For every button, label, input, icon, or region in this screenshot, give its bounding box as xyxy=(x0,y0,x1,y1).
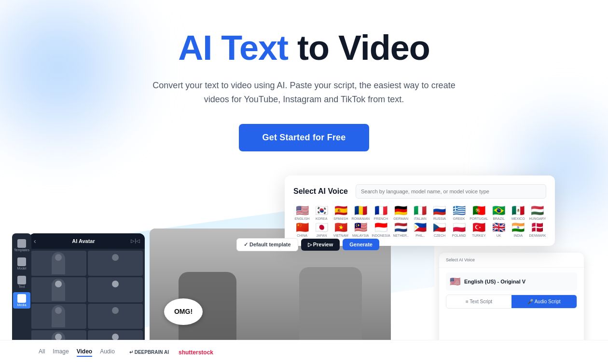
filter-audio[interactable]: Audio xyxy=(100,348,115,357)
flag-item-13[interactable]: 🇨🇳CHINA xyxy=(293,222,311,237)
flag-emoji-24: 🇮🇳 xyxy=(511,222,525,233)
flag-label-0: ENGLISH xyxy=(293,217,311,220)
flag-emoji-15: 🇻🇳 xyxy=(334,222,347,233)
flag-emoji-9: 🇵🇹 xyxy=(472,205,485,216)
generate-button[interactable]: Generate xyxy=(343,239,379,250)
shutterstock-logo: shutterstock xyxy=(179,349,213,356)
flag-item-11[interactable]: 🇲🇽MEXICO xyxy=(510,205,527,220)
flag-item-1[interactable]: 🇰🇷KOREA xyxy=(313,205,330,220)
flag-label-20: CZECH xyxy=(431,234,448,237)
flag-item-21[interactable]: 🇵🇱POLAND xyxy=(450,222,468,237)
flag-item-17[interactable]: 🇮🇩INDONESIA xyxy=(372,222,390,237)
flag-emoji-25: 🇩🇰 xyxy=(531,222,544,233)
brand-filter-tabs: All Image Video Audio xyxy=(39,348,115,357)
flag-emoji-7: 🇷🇺 xyxy=(433,205,446,216)
flag-item-2[interactable]: 🇪🇸SPANISH xyxy=(332,205,349,220)
sidebar-item-model[interactable]: Model xyxy=(13,256,30,272)
flag-item-8[interactable]: 🇬🇷GREEK xyxy=(450,205,468,220)
templates-label: Templates xyxy=(14,248,29,252)
english-flag: 🇺🇸 xyxy=(450,276,460,287)
screenshots-area: Select AI Voice 🇺🇸ENGLISH🇰🇷KOREA🇪🇸SPANIS… xyxy=(0,175,608,359)
avatar-thumb-6[interactable] xyxy=(88,304,143,329)
flag-label-22: TURKEY xyxy=(470,234,488,237)
preview-button[interactable]: ▷ Preview xyxy=(301,239,340,251)
flag-emoji-3: 🇷🇴 xyxy=(354,205,367,216)
tab-audio-script[interactable]: 🎤 Audio Script xyxy=(511,295,577,308)
flag-item-9[interactable]: 🇵🇹PORTUGAL xyxy=(470,205,488,220)
flag-label-21: POLAND xyxy=(450,234,468,237)
flag-item-0[interactable]: 🇺🇸ENGLISH xyxy=(293,205,311,220)
flag-label-3: ROMANIAN xyxy=(351,217,370,220)
flag-label-8: GREEK xyxy=(450,217,468,220)
flag-item-25[interactable]: 🇩🇰DENMARK xyxy=(529,222,546,237)
sidebar-item-text[interactable]: Text xyxy=(13,274,30,290)
hero-title-rest: to Video xyxy=(288,28,430,67)
media-label: Media xyxy=(17,303,26,307)
voice-selector-card: Select AI Voice 🇺🇸ENGLISH🇰🇷KOREA🇪🇸SPANIS… xyxy=(285,175,555,246)
flag-emoji-21: 🇵🇱 xyxy=(453,222,466,233)
flag-emoji-4: 🇫🇷 xyxy=(374,205,387,216)
flag-emoji-8: 🇬🇷 xyxy=(453,205,466,216)
flag-item-16[interactable]: 🇲🇾MALAYSIA xyxy=(351,222,370,237)
flag-label-24: INDIA xyxy=(510,234,527,237)
flag-item-22[interactable]: 🇹🇷TURKEY xyxy=(470,222,488,237)
flag-item-6[interactable]: 🇮🇹ITALIAN xyxy=(412,205,429,220)
flag-label-14: JAPAN xyxy=(313,234,330,237)
brand-logos: ↵ DEEPBRAIN AI shutterstock xyxy=(129,349,213,356)
flag-emoji-19: 🇵🇭 xyxy=(414,222,427,233)
sidebar-item-templates[interactable]: Templates xyxy=(13,237,30,254)
flag-item-4[interactable]: 🇫🇷FRENCH xyxy=(372,205,390,220)
model-icon xyxy=(17,257,26,266)
flag-emoji-5: 🇩🇪 xyxy=(394,205,407,216)
flag-item-18[interactable]: 🇳🇱NETHER.. xyxy=(392,222,410,237)
avatar-thumb-4[interactable] xyxy=(88,277,143,302)
flag-emoji-18: 🇳🇱 xyxy=(394,222,407,233)
filter-video[interactable]: Video xyxy=(77,348,92,357)
flag-item-5[interactable]: 🇩🇪GERMAN xyxy=(392,205,410,220)
flag-emoji-0: 🇺🇸 xyxy=(296,205,309,216)
flag-emoji-23: 🇬🇧 xyxy=(492,222,505,233)
back-icon[interactable]: ‹ xyxy=(34,237,36,245)
flag-item-12[interactable]: 🇭🇺HUNGARY xyxy=(529,205,546,220)
flag-label-16: MALAYSIA xyxy=(351,234,370,237)
model-label: Model xyxy=(17,267,26,270)
flag-item-24[interactable]: 🇮🇳INDIA xyxy=(510,222,527,237)
avatar-thumb-3[interactable] xyxy=(31,277,86,302)
cta-button[interactable]: Get Started for Free xyxy=(239,124,369,151)
flag-item-7[interactable]: 🇷🇺RUSSIA xyxy=(431,205,448,220)
tab-text-script[interactable]: ≡ Text Script xyxy=(446,295,511,308)
text-icon xyxy=(17,276,26,284)
voice-right-panel-header: Select AI Voice xyxy=(439,253,584,268)
avatar-thumb-2[interactable] xyxy=(88,251,143,276)
flag-label-2: SPANISH xyxy=(332,217,349,220)
voice-search-input[interactable] xyxy=(356,184,546,199)
flags-grid: 🇺🇸ENGLISH🇰🇷KOREA🇪🇸SPANISH🇷🇴ROMANIAN🇫🇷FRE… xyxy=(293,205,546,237)
flag-label-7: RUSSIA xyxy=(431,217,448,220)
flag-item-23[interactable]: 🇬🇧UK xyxy=(490,222,508,237)
english-voice-row[interactable]: 🇺🇸 English (US) - Original V xyxy=(446,272,577,291)
flag-label-13: CHINA xyxy=(293,234,311,237)
avatar-thumb-5[interactable] xyxy=(31,304,86,329)
filter-image[interactable]: Image xyxy=(53,348,69,357)
flag-label-15: VIETNAM xyxy=(332,234,349,237)
flag-emoji-16: 🇲🇾 xyxy=(354,222,367,233)
flag-label-18: NETHER.. xyxy=(392,234,410,237)
flag-emoji-17: 🇮🇩 xyxy=(374,222,387,233)
flag-item-10[interactable]: 🇧🇷BRAZIL xyxy=(490,205,508,220)
flag-label-12: HUNGARY xyxy=(529,217,546,220)
avatar-thumb-1[interactable] xyxy=(31,251,86,276)
flag-item-3[interactable]: 🇷🇴ROMANIAN xyxy=(351,205,370,220)
flag-emoji-22: 🇹🇷 xyxy=(472,222,485,233)
sidebar-item-media[interactable]: Media xyxy=(13,292,30,309)
avatar-panel-title: AI Avatar xyxy=(72,238,95,244)
flag-item-19[interactable]: 🇵🇭PHIL.. xyxy=(412,222,429,237)
flag-emoji-2: 🇪🇸 xyxy=(334,205,347,216)
flag-item-20[interactable]: 🇨🇿CZECH xyxy=(431,222,448,237)
flag-label-1: KOREA xyxy=(313,217,330,220)
template-button[interactable]: ✓ Default template xyxy=(236,238,298,251)
flag-item-14[interactable]: 🇯🇵JAPAN xyxy=(313,222,330,237)
flag-emoji-11: 🇲🇽 xyxy=(511,205,525,216)
filter-all[interactable]: All xyxy=(39,348,45,357)
flag-item-15[interactable]: 🇻🇳VIETNAM xyxy=(332,222,349,237)
english-voice-text: English (US) - Original V xyxy=(464,279,525,284)
